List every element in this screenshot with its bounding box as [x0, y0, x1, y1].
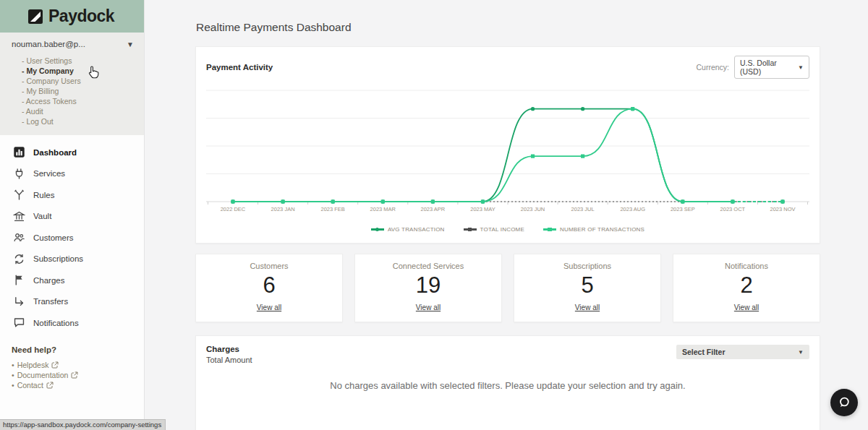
user-menu-item-access-tokens[interactable]: Access Tokens	[22, 96, 134, 106]
charges-title: Charges	[206, 345, 252, 353]
payment-activity-card: Payment Activity Currency: U.S. Dollar (…	[195, 46, 820, 244]
user-email: nouman.baber@p...	[12, 40, 85, 48]
page-title: Realtime Payments Dashboard	[145, 0, 868, 34]
comment-icon	[13, 317, 25, 329]
help-title: Need help?	[12, 345, 144, 354]
paydock-logo-icon	[27, 9, 43, 25]
sidebar-item-charges[interactable]: Charges	[0, 270, 144, 291]
currency-value: U.S. Dollar (USD)	[740, 59, 798, 76]
subscriptions-card: Subscriptions 5 View all	[514, 254, 661, 322]
charges-card: Charges Total Amount Select Filter ▼ No …	[195, 335, 820, 430]
branch-icon	[13, 189, 25, 201]
stat-value: 5	[522, 272, 653, 298]
user-menu-item-user-settings[interactable]: User Settings	[22, 56, 134, 66]
sidebar-item-customers[interactable]: Customers	[0, 227, 144, 249]
charges-filter-select[interactable]: Select Filter ▼	[676, 345, 809, 359]
user-menu-item-log-out[interactable]: Log Out	[22, 116, 134, 126]
sidebar-item-label: Transfers	[33, 297, 68, 306]
stat-title: Subscriptions	[522, 262, 653, 270]
svg-text:2023 FEB: 2023 FEB	[321, 206, 345, 212]
user-menu: User Settings My Company Company Users M…	[22, 56, 134, 126]
main-content: Realtime Payments Dashboard Payment Acti…	[145, 0, 868, 430]
sidebar-item-transfers[interactable]: Transfers	[0, 291, 144, 313]
flag-icon	[13, 274, 25, 286]
user-menu-item-audit[interactable]: Audit	[22, 106, 134, 116]
chat-bubble-icon	[837, 395, 851, 410]
statusbar-url: https://app-sandbox.paydock.com/company-…	[0, 419, 166, 430]
view-all-link[interactable]: View all	[734, 304, 759, 311]
svg-text:2022 DEC: 2022 DEC	[221, 206, 246, 212]
transfer-arrow-icon	[13, 296, 25, 308]
stat-value: 2	[681, 272, 812, 298]
sidebar-item-label: Vault	[33, 212, 51, 220]
currency-label: Currency:	[696, 63, 729, 72]
brand-header: Paydock	[0, 0, 144, 33]
currency-select[interactable]: U.S. Dollar (USD) ▼	[734, 56, 809, 79]
user-panel: nouman.baber@p... ▼ User Settings My Com…	[0, 33, 144, 135]
connected-services-card: Connected Services 19 View all	[354, 254, 502, 322]
brand-name: Paydock	[48, 7, 114, 26]
chat-button[interactable]	[830, 389, 858, 416]
svg-text:2023 MAY: 2023 MAY	[470, 206, 495, 212]
view-all-link[interactable]: View all	[257, 304, 281, 311]
notifications-card: Notifications 2 View all	[673, 254, 820, 322]
svg-text:2023 AUG: 2023 AUG	[620, 206, 645, 212]
svg-text:2023 OCT: 2023 OCT	[720, 206, 746, 212]
chart-legend: AVG TRANSACTIONTOTAL INCOMENUMBER OF TRA…	[196, 223, 820, 237]
sidebar-item-notifications[interactable]: Notifications	[0, 312, 144, 334]
sidebar-item-label: Services	[33, 169, 65, 178]
sidebar-item-label: Charges	[33, 276, 64, 285]
dashboard-icon	[13, 146, 25, 158]
bank-icon	[13, 210, 25, 223]
sidebar-item-subscriptions[interactable]: Subscriptions	[0, 249, 144, 270]
filter-value: Select Filter	[682, 348, 726, 356]
svg-text:2023 JUN: 2023 JUN	[521, 206, 545, 212]
stat-title: Customers	[203, 262, 335, 270]
view-all-link[interactable]: View all	[416, 304, 441, 311]
legend-item: AVG TRANSACTION	[371, 226, 445, 233]
legend-item: TOTAL INCOME	[464, 226, 524, 233]
payment-activity-chart: 2022 DEC2023 JAN2023 FEB2023 MAR2023 APR…	[196, 82, 820, 223]
user-menu-item-my-company[interactable]: My Company	[22, 66, 134, 76]
sidebar-item-label: Dashboard	[33, 148, 77, 157]
sidebar: Paydock nouman.baber@p... ▼ User Setting…	[0, 0, 145, 430]
sidebar-item-label: Subscriptions	[33, 254, 83, 263]
sidebar-item-rules[interactable]: Rules	[0, 184, 144, 206]
sidebar-item-services[interactable]: Services	[0, 163, 144, 185]
customers-card: Customers 6 View all	[195, 254, 343, 322]
charges-subtitle: Total Amount	[206, 356, 252, 364]
help-section: Need help? Helpdesk Documentation Contac…	[12, 345, 144, 390]
svg-text:2023 SEP: 2023 SEP	[671, 206, 695, 212]
external-link-icon	[51, 361, 59, 369]
charges-empty-message: No charges available with selected filte…	[206, 380, 809, 391]
user-menu-item-my-billing[interactable]: My Billing	[22, 86, 134, 96]
help-link-contact[interactable]: Contact	[12, 380, 144, 390]
svg-text:2023 NOV: 2023 NOV	[770, 206, 795, 212]
svg-text:2023 JUL: 2023 JUL	[571, 206, 595, 212]
help-link-helpdesk[interactable]: Helpdesk	[12, 360, 144, 370]
summary-cards-row: Customers 6 View all Connected Services …	[195, 254, 820, 322]
sidebar-item-label: Notifications	[33, 319, 79, 327]
sidebar-item-label: Rules	[33, 191, 54, 199]
sidebar-item-vault[interactable]: Vault	[0, 206, 144, 228]
svg-text:2023 JAN: 2023 JAN	[271, 206, 295, 212]
sidebar-item-dashboard[interactable]: Dashboard	[0, 142, 144, 163]
stat-value: 6	[203, 272, 335, 298]
svg-text:2023 MAR: 2023 MAR	[370, 206, 396, 212]
plug-icon	[13, 168, 25, 180]
chevron-down-icon: ▼	[798, 64, 804, 71]
help-link-documentation[interactable]: Documentation	[12, 370, 144, 380]
stat-title: Connected Services	[362, 262, 494, 270]
sidebar-item-label: Customers	[33, 233, 74, 242]
user-menu-item-company-users[interactable]: Company Users	[22, 76, 134, 86]
external-link-icon	[46, 382, 54, 389]
sidebar-nav: Dashboard Services Rules Vault Customers	[0, 135, 144, 334]
people-icon	[13, 231, 25, 244]
external-link-icon	[71, 371, 78, 379]
svg-text:2023 APR: 2023 APR	[420, 206, 445, 212]
view-all-link[interactable]: View all	[575, 304, 600, 311]
chevron-down-icon: ▼	[127, 40, 134, 48]
user-dropdown[interactable]: nouman.baber@p... ▼	[12, 40, 134, 48]
chevron-down-icon: ▼	[798, 349, 804, 356]
refresh-icon	[13, 253, 25, 265]
